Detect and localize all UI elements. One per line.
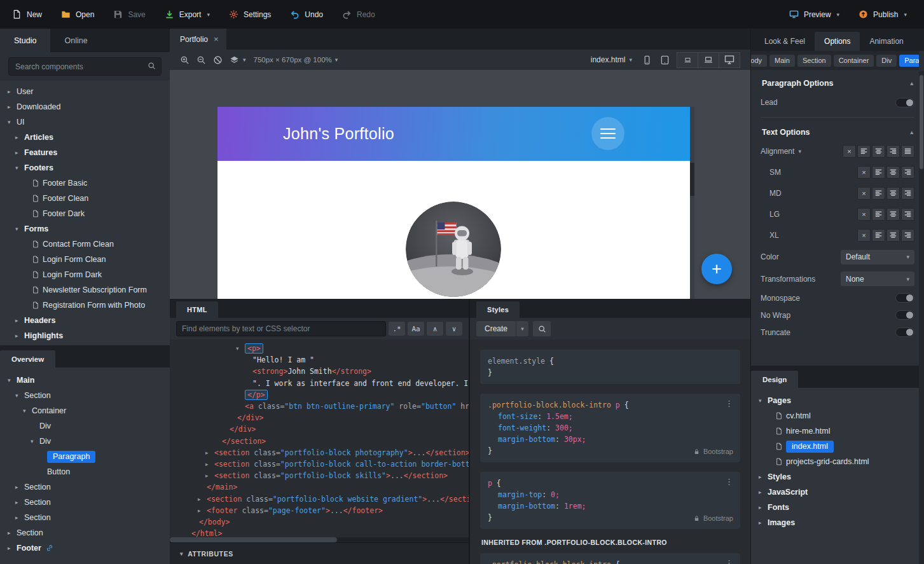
css-property[interactable]: font-size: 1.5em; <box>488 411 733 422</box>
expand-arrow-icon[interactable]: ▸ <box>15 134 24 141</box>
rule-menu-icon[interactable]: ⋮ <box>725 558 733 564</box>
overview-item-section[interactable]: ▸Section <box>0 479 170 495</box>
component-item-user[interactable]: ▸User <box>0 84 170 99</box>
align-right-button[interactable] <box>901 187 914 200</box>
tablet-icon[interactable] <box>660 55 670 65</box>
rule-selector[interactable]: .portfolio-block.block-intro p { <box>488 399 733 411</box>
component-item-footer-clean[interactable]: Footer Clean <box>0 191 170 206</box>
collapse-arrow-icon[interactable]: ▾ <box>31 438 39 444</box>
clear-alignment-button[interactable]: × <box>857 208 871 221</box>
rule-selector[interactable]: .portfolio-block.block-intro { <box>488 559 733 564</box>
laptop-view-button[interactable] <box>698 52 719 68</box>
code-line[interactable]: ▸<footer class="page-footer">...</footer… <box>170 505 469 516</box>
css-property[interactable]: font-weight: 300; <box>488 422 733 434</box>
create-style-button[interactable]: Create <box>476 321 516 336</box>
css-property[interactable]: margin-top: 0; <box>488 489 733 500</box>
component-item-features[interactable]: ▸Features <box>0 145 170 160</box>
code-line[interactable]: ▸<section class="portfolio-block photogr… <box>170 447 469 458</box>
code-line[interactable]: </main> <box>170 481 469 493</box>
component-item-footer-basic[interactable]: Footer Basic <box>0 175 170 191</box>
breadcrumb-div[interactable]: Div <box>876 55 897 67</box>
align-center-button[interactable] <box>886 229 900 242</box>
expand-arrow-icon[interactable]: ▸ <box>8 545 17 551</box>
color-select[interactable]: Default ▾ <box>841 250 914 265</box>
expand-arrow-icon[interactable]: ▸ <box>15 333 24 339</box>
component-item-contact-form-clean[interactable]: Contact Form Clean <box>0 237 170 252</box>
hamburger-menu-button[interactable] <box>591 117 624 150</box>
search-components-input[interactable] <box>8 57 162 76</box>
code-line[interactable]: </body> <box>170 516 469 528</box>
rule-menu-icon[interactable]: ⋮ <box>725 398 733 409</box>
clear-alignment-button[interactable]: × <box>843 145 856 158</box>
zoom-out-icon[interactable] <box>197 55 206 65</box>
laptop-view-button[interactable] <box>677 52 698 68</box>
design-item-fonts[interactable]: ▸Fonts <box>751 500 924 515</box>
overview-item-div[interactable]: Div <box>0 418 170 434</box>
redo-button[interactable]: Redo <box>333 0 385 29</box>
overview-item-section[interactable]: ▸Section <box>0 495 170 510</box>
component-item-articles[interactable]: ▸Articles <box>0 130 170 145</box>
expand-arrow-icon[interactable]: ▸ <box>8 530 17 536</box>
align-left-button[interactable] <box>872 208 885 221</box>
page-preview[interactable]: John's Porftolio <box>217 107 690 299</box>
expand-arrow-icon[interactable]: ▸ <box>198 496 207 502</box>
tab-styles[interactable]: Styles <box>476 301 520 318</box>
code-horizontal-scrollbar[interactable] <box>170 537 469 542</box>
code-line[interactable]: </div> <box>170 423 469 435</box>
design-item-index-html[interactable]: index.html <box>751 439 924 454</box>
align-center-button[interactable] <box>886 208 900 221</box>
export-button[interactable]: Export▾ <box>155 0 219 29</box>
clear-alignment-button[interactable]: × <box>857 229 871 242</box>
close-icon[interactable]: × <box>214 34 219 44</box>
new-button[interactable]: New <box>3 0 52 29</box>
expand-arrow-icon[interactable]: ▸ <box>15 317 24 324</box>
design-item-styles[interactable]: ▸Styles <box>751 469 924 485</box>
align-center-button[interactable] <box>872 145 885 158</box>
window-scrollbar-thumb[interactable] <box>920 75 923 169</box>
code-line[interactable]: </section> <box>170 436 469 447</box>
design-item-images[interactable]: ▸Images <box>751 515 924 530</box>
rule-selector[interactable]: element.style { <box>488 355 733 367</box>
overview-item-section[interactable]: ▸Section <box>0 510 170 525</box>
tab-portfolio[interactable]: Portfolio × <box>170 29 226 50</box>
component-item-registration-form-with-photo[interactable]: Registration Form with Photo <box>0 298 170 313</box>
collapse-arrow-icon[interactable]: ▾ <box>8 119 17 125</box>
save-button[interactable]: Save <box>104 0 155 29</box>
breadcrumb-main[interactable]: Main <box>769 55 795 67</box>
match-case-button[interactable]: Aa <box>408 322 424 336</box>
expand-arrow-icon[interactable]: ▸ <box>8 104 17 110</box>
collapse-arrow-icon[interactable]: ▾ <box>15 392 24 399</box>
breadcrumb-container[interactable]: Container <box>834 55 874 67</box>
code-scrollbar-thumb[interactable] <box>170 537 337 542</box>
collapse-arrow-icon[interactable]: ▾ <box>15 165 24 171</box>
overview-item-button[interactable]: Button <box>0 464 170 479</box>
expand-arrow-icon[interactable]: ▸ <box>198 507 207 514</box>
rule-selector[interactable]: p { <box>488 478 733 489</box>
design-item-pages[interactable]: ▾Pages <box>751 393 924 408</box>
clear-alignment-button[interactable]: × <box>857 166 871 179</box>
code-line[interactable]: ▸<section class="portfolio-block skills"… <box>170 470 469 481</box>
collapse-section-icon[interactable]: ▴ <box>910 129 913 135</box>
collapse-arrow-icon[interactable]: ▾ <box>759 397 768 404</box>
expand-arrow-icon[interactable]: ▸ <box>759 519 768 526</box>
design-item-javascript[interactable]: ▸JavaScript <box>751 485 924 500</box>
expand-arrow-icon[interactable]: ▸ <box>759 474 768 480</box>
add-component-fab[interactable]: + <box>701 254 732 284</box>
layers-icon[interactable] <box>230 55 239 65</box>
expand-arrow-icon[interactable]: ▸ <box>15 484 24 490</box>
align-right-button[interactable] <box>901 166 914 179</box>
expand-arrow-icon[interactable]: ▸ <box>759 489 768 495</box>
component-item-login-form-clean[interactable]: Login Form Clean <box>0 252 170 267</box>
expand-arrow-icon[interactable]: ▸ <box>205 472 214 479</box>
component-item-newsletter-subscription-form[interactable]: Newsletter Subscription Form <box>0 282 170 298</box>
settings-button[interactable]: Settings <box>219 0 280 29</box>
overview-item-div[interactable]: ▾Div <box>0 434 170 449</box>
no-wrap-toggle[interactable] <box>895 310 914 320</box>
component-item-login-form-dark[interactable]: Login Form Dark <box>0 267 170 282</box>
lead-toggle[interactable] <box>895 98 914 107</box>
align-justify-button[interactable] <box>901 145 914 158</box>
open-button[interactable]: Open <box>52 0 104 29</box>
code-line[interactable]: ▾<p> <box>170 343 469 354</box>
code-line[interactable]: <strong>John Smith</strong> <box>170 366 469 377</box>
design-item-hire-me-html[interactable]: hire-me.html <box>751 423 924 439</box>
